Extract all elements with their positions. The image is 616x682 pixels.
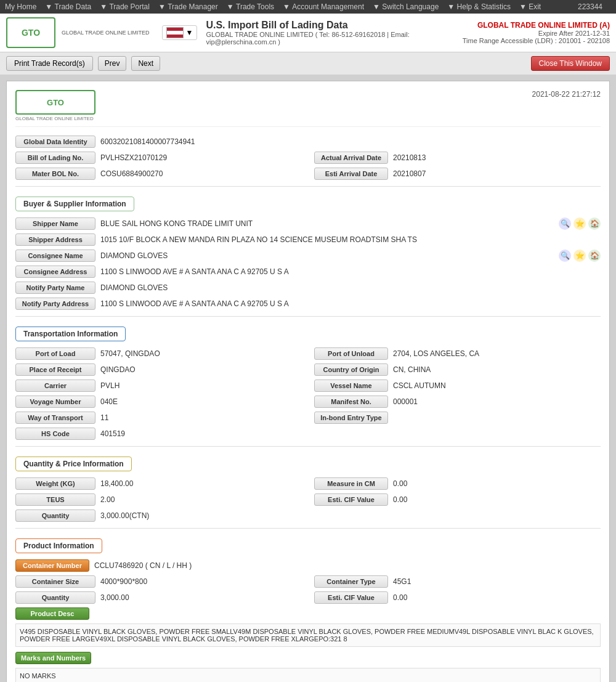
container-type-label: Container Type: [314, 575, 388, 588]
product-cif-group: Esti. CIF Value 0.00: [314, 591, 601, 604]
consignee-name-label: Consignee Name: [15, 250, 95, 262]
notify-party-address-value: 1100 S LINWOOD AVE # A SANTA ANA C A 927…: [100, 299, 601, 308]
nav-trade-portal[interactable]: Trade Portal: [109, 2, 150, 11]
consignee-name-icons: 🔍 ⭐ 🏠: [559, 250, 601, 262]
global-data-identity-value: 60032021081400007734941: [100, 137, 601, 146]
nav-trade-tools[interactable]: Trade Tools: [236, 2, 274, 11]
in-bond-group: In-bond Entry Type: [314, 412, 601, 424]
shipper-name-label: Shipper Name: [15, 217, 95, 230]
global-data-identity-label: Global Data Identity: [15, 136, 95, 148]
esti-cif-value: 0.00: [393, 495, 601, 504]
user-id: 223344: [578, 2, 602, 11]
teus-value: 2.00: [100, 495, 302, 504]
nav-account-management[interactable]: Account Management: [292, 2, 364, 11]
prev-button-top[interactable]: Prev: [98, 56, 127, 71]
bol-label: Bill of Lading No.: [15, 152, 95, 164]
buyer-supplier-section-header: Buyer & Supplier Information: [15, 197, 134, 211]
voyage-label: Voyage Number: [15, 396, 95, 408]
mater-bol-label: Mater BOL No.: [15, 168, 95, 180]
weight-group: Weight (KG) 18,400.00: [15, 477, 302, 490]
quantity-value: 3,000.00(CTN): [100, 511, 601, 520]
page-subtitle: GLOBAL TRADE ONLINE LIMITED ( Tel: 86-51…: [206, 31, 462, 46]
vessel-name-group: Vessel Name CSCL AUTUMN: [314, 380, 601, 392]
way-transport-value: 11: [100, 413, 302, 422]
nav-help-statistics[interactable]: Help & Statistics: [457, 2, 511, 11]
notify-party-address-label: Notify Party Address: [15, 298, 95, 310]
nav-exit[interactable]: Exit: [529, 2, 541, 11]
card-logo-text: GTO: [47, 98, 64, 107]
product-desc-row: Product Desc: [15, 607, 601, 620]
card-header: GTO GLOBAL TRADE ONLINE LIMITED 2021-08-…: [15, 90, 601, 127]
bol-group: Bill of Lading No. PVLHSZX21070129: [15, 152, 302, 164]
product-cif-label: Esti. CIF Value: [314, 591, 388, 604]
weight-value: 18,400.00: [100, 479, 302, 488]
flag-selector[interactable]: ▼: [162, 25, 198, 40]
measure-group: Measure in CM 0.00: [314, 477, 601, 490]
container-type-value: 45G1: [393, 577, 601, 586]
manifest-value: 000001: [393, 397, 601, 406]
container-size-label: Container Size: [15, 575, 95, 588]
container-size-group: Container Size 4000*900*800: [15, 575, 302, 588]
global-data-identity-row: Global Data Identity 6003202108140000773…: [15, 136, 601, 148]
shipper-home-icon[interactable]: 🏠: [588, 217, 601, 230]
shipper-name-icons: 🔍 ⭐ 🏠: [559, 217, 601, 230]
next-button-top[interactable]: Next: [131, 56, 160, 71]
container-type-group: Container Type 45G1: [314, 575, 601, 588]
teus-label: TEUS: [15, 493, 95, 506]
shipper-star-icon[interactable]: ⭐: [573, 217, 586, 230]
hs-code-label: HS Code: [15, 428, 95, 440]
shipper-name-row: Shipper Name BLUE SAIL HONG KONG TRADE L…: [15, 217, 601, 230]
consignee-address-value: 1100 S LINWOOD AVE # A SANTA ANA C A 927…: [100, 267, 601, 276]
receipt-origin-row: Place of Receipt QINGDAO Country of Orig…: [15, 363, 601, 376]
notify-party-address-row: Notify Party Address 1100 S LINWOOD AVE …: [15, 298, 601, 310]
manifest-group: Manifest No. 000001: [314, 396, 601, 408]
container-number-label: Container Number: [15, 559, 89, 572]
actual-arrival-value: 20210813: [393, 153, 601, 162]
shipper-address-label: Shipper Address: [15, 233, 95, 246]
country-origin-label: Country of Origin: [314, 363, 388, 376]
transport-bond-row: Way of Transport 11 In-bond Entry Type: [15, 412, 601, 424]
header-bar: GTO GLOBAL TRADE ONLINE LIMITED ▼ U.S. I…: [0, 14, 616, 52]
esti-arrival-group: Esti Arrival Date 20210807: [314, 168, 601, 180]
nav-my-home[interactable]: My Home: [5, 2, 36, 11]
weight-label: Weight (KG): [15, 477, 95, 490]
nav-switch-language[interactable]: Switch Language: [382, 2, 439, 11]
product-qty-cif-row: Quantity 3,000.00 Esti. CIF Value 0.00: [15, 591, 601, 604]
print-button-top[interactable]: Print Trade Record(s): [6, 56, 93, 71]
teus-cif-row: TEUS 2.00 Esti. CIF Value 0.00: [15, 493, 601, 506]
product-desc-label: Product Desc: [15, 607, 89, 620]
voyage-group: Voyage Number 040E: [15, 396, 302, 408]
country-origin-group: Country of Origin CN, CHINA: [314, 363, 601, 376]
top-action-bar: Print Trade Record(s) Prev Next Close Th…: [0, 52, 616, 75]
port-row: Port of Load 57047, QINGDAO Port of Unlo…: [15, 347, 601, 360]
account-expire: Expire After 2021-12-31: [463, 30, 610, 37]
close-button-top[interactable]: Close This Window: [531, 56, 610, 71]
page-title-area: U.S. Import Bill of Lading Data GLOBAL T…: [206, 20, 462, 46]
consignee-star-icon[interactable]: ⭐: [573, 250, 586, 262]
place-receipt-group: Place of Receipt QINGDAO: [15, 363, 302, 376]
port-load-value: 57047, QINGDAO: [100, 349, 302, 358]
shipper-search-icon[interactable]: 🔍: [559, 217, 571, 230]
nav-trade-data[interactable]: Trade Data: [55, 2, 92, 11]
product-desc-value: V495 DISPOSABLE VINYL BLACK GLOVES, POWD…: [15, 623, 601, 647]
nav-trade-manager[interactable]: Trade Manager: [168, 2, 218, 11]
product-qty-value: 3,000.00: [100, 593, 302, 602]
consignee-search-icon[interactable]: 🔍: [559, 250, 571, 262]
logo-area: GTO GLOBAL TRADE ONLINE LIMITED: [6, 17, 150, 48]
hs-code-row: HS Code 401519: [15, 428, 601, 440]
mater-bol-group: Mater BOL No. COSU6884900270: [15, 168, 302, 180]
flag-chevron-icon: ▼: [186, 28, 193, 37]
time-range: Time Range Accessible (LDR) : 201001 - 2…: [463, 37, 610, 44]
voyage-value: 040E: [100, 397, 302, 406]
esti-arrival-label: Esti Arrival Date: [314, 168, 388, 180]
quantity-row: Quantity 3,000.00(CTN): [15, 509, 601, 522]
port-unload-group: Port of Unload 2704, LOS ANGELES, CA: [314, 347, 601, 360]
shipper-address-value: 1015 10/F BLOCK A NEW MANDA RIN PLAZA NO…: [100, 235, 601, 244]
record-card: GTO GLOBAL TRADE ONLINE LIMITED 2021-08-…: [6, 81, 610, 682]
port-load-label: Port of Load: [15, 347, 95, 360]
shipper-name-value: BLUE SAIL HONG KONG TRADE LIMIT UNIT: [100, 219, 554, 228]
hs-code-value: 401519: [100, 429, 601, 438]
marks-row: Marks and Numbers: [15, 652, 601, 664]
country-origin-value: CN, CHINA: [393, 365, 601, 374]
consignee-home-icon[interactable]: 🏠: [588, 250, 601, 262]
